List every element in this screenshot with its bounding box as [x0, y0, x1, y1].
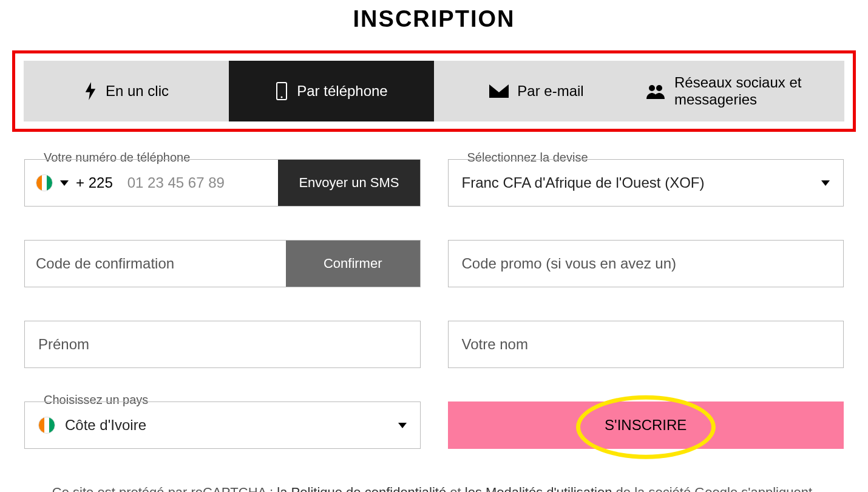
promo-input[interactable]: Code promo (si vous en avez un): [462, 255, 677, 272]
bolt-icon: [84, 82, 97, 100]
disclaimer-suffix: de la société Google s'appliquent.: [616, 485, 816, 492]
registration-tabs: En un clic Par téléphone Par e-mail Rése…: [24, 61, 844, 121]
submit-row: S'INSCRIRE: [448, 401, 844, 449]
chevron-down-icon: [398, 423, 407, 428]
disclaimer-prefix: Ce site est protégé par reCAPTCHA ;: [52, 485, 277, 492]
firstname-input[interactable]: Prénom: [38, 336, 89, 353]
flag-ci-icon: [38, 417, 55, 434]
lastname-input[interactable]: Votre nom: [462, 336, 528, 353]
confirmation-field: Code de confirmation Confirmer: [24, 240, 421, 287]
svg-point-1: [281, 97, 283, 98]
phone-input[interactable]: 01 23 45 67 89: [127, 174, 225, 191]
country-value: Côte d'Ivoire: [65, 417, 146, 434]
currency-value: Franc CFA d'Afrique de l'Ouest (XOF): [462, 174, 705, 191]
submit-button[interactable]: S'INSCRIRE: [448, 401, 844, 449]
disclaimer-mid: et: [450, 485, 464, 492]
page-title: INSCRIPTION: [12, 6, 856, 32]
tab-social[interactable]: Réseaux sociaux et messageries: [639, 61, 844, 121]
envelope-icon: [489, 84, 509, 98]
tab-email-label: Par e-mail: [517, 83, 583, 100]
recaptcha-disclaimer: Ce site est protégé par reCAPTCHA ; la P…: [12, 482, 856, 492]
users-icon: [645, 83, 666, 99]
dial-code: + 225: [76, 174, 113, 191]
tab-phone-label: Par téléphone: [297, 83, 387, 100]
terms-link[interactable]: les Modalités d'utilisation: [465, 485, 616, 492]
chevron-down-icon: [60, 180, 69, 186]
svg-point-4: [656, 85, 662, 91]
phone-field: Votre numéro de téléphone + 225 01 23 45…: [24, 159, 421, 207]
tab-one-click[interactable]: En un clic: [24, 61, 229, 121]
firstname-field: Prénom: [24, 321, 421, 368]
tab-one-click-label: En un clic: [106, 83, 169, 100]
tab-social-label: Réseaux sociaux et messageries: [674, 74, 838, 108]
send-sms-button[interactable]: Envoyer un SMS: [278, 160, 419, 206]
tab-phone[interactable]: Par téléphone: [229, 61, 434, 121]
svg-point-3: [649, 85, 655, 91]
promo-field: Code promo (si vous en avez un): [448, 240, 844, 287]
tab-email[interactable]: Par e-mail: [434, 61, 639, 121]
country-select[interactable]: Côte d'Ivoire: [24, 401, 421, 449]
tabs-highlight-box: En un clic Par téléphone Par e-mail Rése…: [12, 50, 856, 132]
lastname-field: Votre nom: [448, 321, 844, 368]
currency-select[interactable]: Franc CFA d'Afrique de l'Ouest (XOF): [448, 159, 844, 207]
confirmation-input[interactable]: Code de confirmation: [36, 255, 174, 272]
chevron-down-icon: [821, 180, 830, 186]
country-code-selector[interactable]: + 225 01 23 45 67 89: [25, 174, 278, 191]
country-field: Choisissez un pays Côte d'Ivoire: [24, 401, 421, 449]
phone-icon: [275, 81, 288, 101]
confirm-button[interactable]: Confirmer: [286, 241, 420, 287]
privacy-link[interactable]: la Politique de confidentialité: [277, 485, 446, 492]
currency-field: Sélectionnez la devise Franc CFA d'Afriq…: [448, 159, 844, 207]
flag-ci-icon: [36, 174, 53, 191]
